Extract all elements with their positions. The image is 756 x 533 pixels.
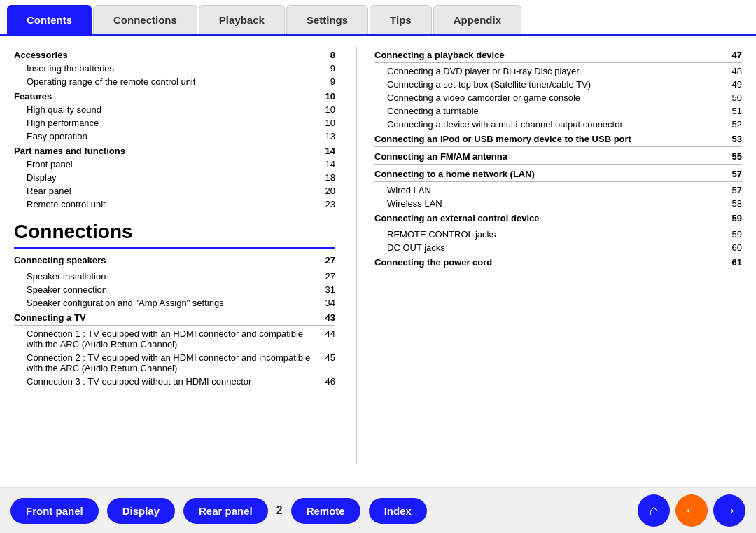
index-button[interactable]: Index: [369, 498, 427, 524]
tab-contents[interactable]: Contents: [7, 5, 92, 34]
right-column: Connecting a playback device47Connecting…: [357, 47, 742, 464]
tab-settings[interactable]: Settings: [286, 5, 368, 34]
main-content: Accessories8Inserting the batteries9Oper…: [0, 36, 756, 471]
toc-item: Connecting a turntable51: [374, 104, 742, 118]
toc-item: Connection 1 : TV equipped with an HDMI …: [14, 327, 335, 351]
toc-item: Speaker connection31: [14, 283, 335, 296]
connections-underline: [14, 247, 335, 249]
toc-item: Connecting a device with a multi-channel…: [374, 118, 742, 131]
toc-item: DC OUT jacks60: [374, 241, 742, 254]
page-number: 2: [276, 504, 283, 517]
toc-item: Easy operation13: [14, 130, 335, 143]
tab-playback[interactable]: Playback: [199, 5, 285, 34]
toc-item: High performance10: [14, 116, 335, 130]
toc-item: Connecting a video camcorder or game con…: [374, 91, 742, 104]
toc-section-header: Connecting an FM/AM antenna55: [374, 148, 742, 165]
front-panel-button[interactable]: Front panel: [10, 498, 99, 524]
toc-item: REMOTE CONTROL jacks59: [374, 228, 742, 241]
toc-connections: Connecting speakers27Speaker installatio…: [14, 252, 335, 388]
toc-item: Remote control unit23: [14, 198, 335, 211]
display-button[interactable]: Display: [107, 498, 175, 524]
back-button[interactable]: ←: [676, 494, 708, 527]
rear-panel-button[interactable]: Rear panel: [183, 498, 268, 524]
tab-connections[interactable]: Connections: [93, 5, 197, 34]
bottom-nav-right: ⌂ ← →: [638, 494, 746, 527]
forward-button[interactable]: →: [713, 494, 746, 527]
toc-section-header: Connecting the power cord61: [374, 254, 742, 270]
tab-appendix[interactable]: Appendix: [433, 5, 522, 34]
toc-section-header: Connecting speakers27: [14, 252, 335, 268]
toc-item: Speaker configuration and "Amp Assign" s…: [14, 296, 335, 310]
connections-heading: Connections: [14, 221, 335, 243]
toc-section-header: Connecting a playback device47: [374, 47, 742, 63]
toc-item: Speaker installation27: [14, 270, 335, 283]
tab-tips[interactable]: Tips: [370, 5, 432, 34]
home-button[interactable]: ⌂: [638, 494, 670, 527]
toc-item: Front panel14: [14, 158, 335, 171]
toc-section-header: Connecting an external control device59: [374, 210, 742, 226]
bottom-nav: Front panel Display Rear panel 2 Remote …: [0, 487, 756, 533]
toc-item: Wireless LAN58: [374, 197, 742, 210]
remote-button[interactable]: Remote: [291, 498, 360, 524]
toc-item: Connecting a set-top box (Satellite tune…: [374, 78, 742, 91]
toc-item: Wired LAN57: [374, 184, 742, 197]
toc-item: Rear panel20: [14, 184, 335, 198]
toc-header: Accessories8: [14, 47, 335, 62]
toc-item: Connection 2 : TV equipped with an HDMI …: [14, 351, 335, 375]
toc-top: Accessories8Inserting the batteries9Oper…: [14, 47, 335, 211]
toc-item: Operating range of the remote control un…: [14, 75, 335, 88]
toc-section-header: Connecting a TV43: [14, 310, 335, 326]
toc-header: Part names and functions14: [14, 143, 335, 158]
toc-item: High quality sound10: [14, 103, 335, 116]
toc-right: Connecting a playback device47Connecting…: [374, 47, 742, 270]
toc-item: Connecting a DVD player or Blu-ray Disc …: [374, 64, 742, 78]
toc-section-header: Connecting to a home network (LAN)57: [374, 166, 742, 182]
bottom-nav-left: Front panel Display Rear panel 2 Remote …: [10, 498, 427, 524]
toc-item: Display18: [14, 171, 335, 184]
toc-header: Features10: [14, 88, 335, 103]
toc-item: Inserting the batteries9: [14, 62, 335, 75]
top-nav: Contents Connections Playback Settings T…: [0, 0, 756, 36]
toc-section-header: Connecting an iPod or USB memory device …: [374, 131, 742, 147]
left-column: Accessories8Inserting the batteries9Oper…: [14, 47, 357, 464]
toc-item: Connection 3 : TV equipped without an HD…: [14, 375, 335, 388]
